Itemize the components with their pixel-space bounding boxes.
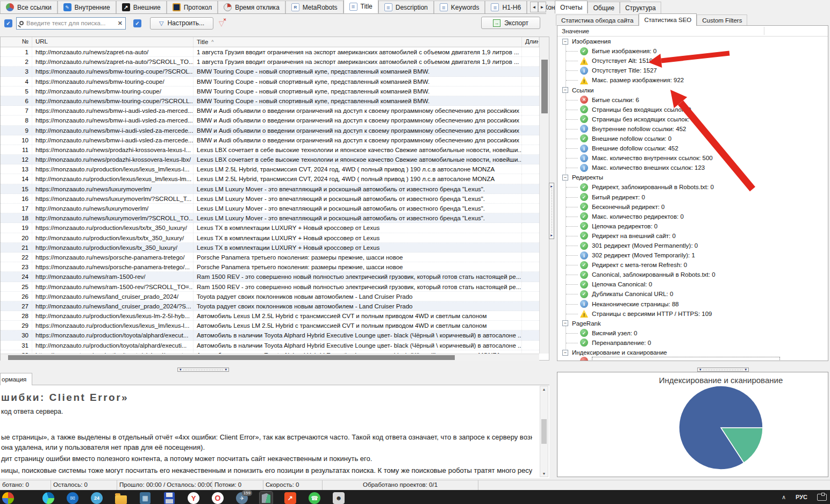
- tree-item[interactable]: Редирект с мета-тегом Refresh: 0: [557, 260, 828, 270]
- report-tab[interactable]: Протокол: [167, 1, 218, 13]
- tree-item[interactable]: Отсутствует Alt: 1519: [557, 56, 828, 66]
- collapse-minus-icon[interactable]: [562, 320, 568, 326]
- right-panel-tab[interactable]: Отчеты: [555, 1, 588, 13]
- tree-item[interactable]: Страницы без исходящих ссылок: 0: [557, 114, 828, 124]
- table-row[interactable]: 18 http://monzaauto.ru/news/luxurymoverl…: [1, 213, 539, 223]
- taskbar-app-icon[interactable]: O: [211, 492, 224, 504]
- tree-item[interactable]: Внешние nofollow ссылки: 0: [557, 134, 828, 143]
- table-row[interactable]: 12 http://monzaauto.ru/news/prodazhi-kro…: [1, 155, 539, 164]
- table-row[interactable]: 19 https://monzaauto.ru/production/lexus…: [1, 223, 539, 233]
- taskbar-app-icon[interactable]: [260, 492, 273, 504]
- taskbar-app-icon[interactable]: [42, 492, 55, 504]
- tree-item[interactable]: Бесконечный редирект: 0: [557, 202, 828, 212]
- taskbar-app-icon[interactable]: ☎: [308, 492, 321, 504]
- filter-checkbox[interactable]: [133, 19, 141, 27]
- column-header-number[interactable]: №: [1, 37, 32, 47]
- table-row[interactable]: 3 https://monzaauto.ru/news/bmw-touring-…: [1, 67, 539, 76]
- table-row[interactable]: 7 https://monzaauto.ru/news/bmw-i-audi-v…: [1, 106, 539, 116]
- tree-item[interactable]: Редирект на внешний сайт: 0: [557, 231, 828, 241]
- report-tab[interactable]: Внешние: [116, 1, 167, 13]
- collapse-minus-icon[interactable]: [562, 175, 568, 181]
- clear-filter-icon[interactable]: ▽: [219, 19, 224, 27]
- vertical-scroll-thumb[interactable]: [541, 60, 548, 113]
- table-row[interactable]: 30 https://monzaauto.ru/production/toyot…: [1, 330, 539, 340]
- taskbar-app-icon[interactable]: ↗: [284, 492, 297, 504]
- report-tab[interactable]: Description: [378, 1, 434, 13]
- tree-item[interactable]: Страницы без входящих ссылок: 0: [557, 105, 828, 114]
- configure-filter-button[interactable]: ▽ Настроить...: [150, 17, 213, 30]
- horizontal-scroll-thumb[interactable]: [8, 355, 455, 360]
- table-row[interactable]: 8 https://monzaauto.ru/news/bmw-i-audi-v…: [1, 116, 539, 125]
- tree-item[interactable]: Изображения: [557, 37, 828, 46]
- tree-item[interactable]: Отсутствует Title: 1527: [557, 66, 828, 75]
- tree-item[interactable]: Цепочка Canonical: 0: [557, 279, 828, 289]
- table-row[interactable]: 14 http://monzaauto.ru/production/lexus/…: [1, 174, 539, 184]
- table-row[interactable]: 31 http://monzaauto.ru/production/toyota…: [1, 341, 539, 350]
- table-row[interactable]: 5 http://monzaauto.ru/news/bmw-touring-c…: [1, 87, 539, 96]
- search-input[interactable]: [26, 20, 115, 26]
- taskbar-app-icon[interactable]: ▦: [139, 492, 152, 504]
- language-indicator[interactable]: РУС: [796, 494, 807, 500]
- tree-item[interactable]: Макс. количество внутренних ссылок: 500: [557, 153, 828, 163]
- tree-item[interactable]: Canonical, заблокированный в Robots.txt:…: [557, 270, 828, 279]
- tree-item[interactable]: Индексирование и сканирование: [557, 348, 828, 357]
- tree-item[interactable]: Неканонические страницы: 88: [557, 299, 828, 309]
- column-header-title[interactable]: Title ^: [194, 37, 522, 47]
- tree-item[interactable]: Цепочка редиректов: 0: [557, 221, 828, 231]
- scroll-up-icon[interactable]: ▲: [542, 387, 546, 391]
- tree-item[interactable]: Макс. размер изображения: 922: [557, 75, 828, 85]
- search-checkbox[interactable]: [4, 19, 12, 27]
- table-row[interactable]: 20 http://monzaauto.ru/production/lexus/…: [1, 233, 539, 243]
- table-row[interactable]: 16 https://monzaauto.ru/news/luxurymover…: [1, 194, 539, 204]
- tree-item[interactable]: Редиректы: [557, 172, 828, 182]
- table-row[interactable]: 27 http://monzaauto.ru/news/land_cruiser…: [1, 301, 539, 311]
- info-panel-scrollbar[interactable]: ▲ ▼: [540, 386, 548, 477]
- value-column-header[interactable]: Значение: [557, 26, 828, 37]
- table-row[interactable]: 9 http://monzaauto.ru/news/bmw-i-audi-vs…: [1, 126, 539, 135]
- tree-item[interactable]: PageRank: [557, 319, 828, 328]
- right-panel-tab[interactable]: Общие: [588, 2, 619, 13]
- statistics-subtab[interactable]: Статистика обхода сайта: [556, 15, 639, 26]
- taskbar-app-icon[interactable]: [2, 492, 15, 504]
- taskbar-app-icon[interactable]: ✈ 159: [235, 492, 248, 504]
- info-scroll-thumb[interactable]: [541, 419, 547, 444]
- table-row[interactable]: 24 http://monzaauto.ru/news/ram-1500-rev…: [1, 272, 539, 282]
- tab-scroll-left-icon[interactable]: ◄: [530, 2, 538, 12]
- tree-item[interactable]: Внутренние nofollow ссылки: 452: [557, 124, 828, 134]
- tree-item[interactable]: Внешние dofollow ссылки: 452: [557, 143, 828, 153]
- table-row[interactable]: 11 https://monzaauto.ru/news/prodazhi-kr…: [1, 145, 539, 155]
- taskbar-app-icon[interactable]: [163, 492, 176, 504]
- table-horizontal-scrollbar[interactable]: [1, 354, 539, 361]
- collapse-minus-icon[interactable]: [562, 350, 568, 356]
- table-row[interactable]: 22 https://monzaauto.ru/news/porsche-pan…: [1, 253, 539, 262]
- tree-item[interactable]: Редирект, заблокированный в Robots.txt: …: [557, 182, 828, 192]
- tree-item[interactable]: Макс. количество редиректов: 0: [557, 212, 828, 221]
- taskbar-app-icon[interactable]: ☻: [332, 492, 345, 504]
- tree-item[interactable]: Битый редирект: 0: [557, 192, 828, 202]
- tree-item[interactable]: Битые ссылки: 6: [557, 95, 828, 105]
- right-panel-tab[interactable]: Структура: [620, 2, 661, 13]
- scroll-down-icon[interactable]: ▼: [542, 472, 546, 476]
- table-row[interactable]: 4 https://monzaauto.ru/news/bmw-touring-…: [1, 77, 539, 87]
- report-tab[interactable]: MetaRobots: [285, 1, 344, 13]
- chart-pane-splitter[interactable]: [697, 368, 749, 372]
- statistics-subtab[interactable]: Custom Filters: [697, 15, 747, 26]
- table-row[interactable]: 13 https://monzaauto.ru/production/lexus…: [1, 164, 539, 174]
- show-hidden-icons-icon[interactable]: ∧: [782, 494, 786, 501]
- bottom-pane-splitter[interactable]: [177, 368, 229, 372]
- table-row[interactable]: 15 https://monzaauto.ru/news/luxurymover…: [1, 184, 539, 194]
- taskbar-app-icon[interactable]: Y: [187, 492, 200, 504]
- tree-item[interactable]: Дубликаты Canonical URL: 0: [557, 289, 828, 299]
- statistics-subtab[interactable]: Статистика SEO: [639, 13, 697, 26]
- table-row[interactable]: 10 http://monzaauto.ru/news/bmw-i-audi-v…: [1, 135, 539, 145]
- table-vertical-scrollbar[interactable]: [539, 37, 549, 354]
- tree-item[interactable]: Страницы с версиями HTTP / HTTPS: 109: [557, 309, 828, 319]
- taskbar-app-icon[interactable]: [115, 492, 127, 504]
- table-row[interactable]: 25 http://monzaauto.ru/news/ram-1500-rev…: [1, 282, 539, 292]
- clear-search-icon[interactable]: ✕: [118, 20, 123, 27]
- tree-item[interactable]: 301 редирект (Moved Permanently): 0: [557, 241, 828, 250]
- export-button[interactable]: → Экспорт: [481, 17, 540, 29]
- tree-item[interactable]: Перенаправление: 0: [557, 338, 828, 348]
- tab-information[interactable]: ормация: [0, 373, 32, 385]
- tree-item[interactable]: Битые изображения: 0: [557, 46, 828, 56]
